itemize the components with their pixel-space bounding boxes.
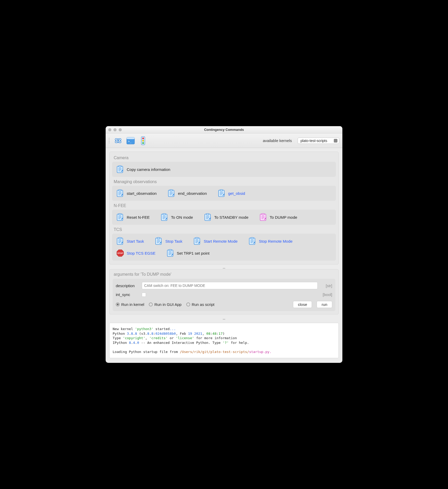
command-label: Set TRP1 set point (177, 251, 210, 255)
argument-name: int_sync (116, 292, 139, 297)
svg-rect-11 (119, 166, 121, 167)
command-label: To STANDBY mode (214, 215, 248, 220)
clipboard-icon (193, 237, 201, 245)
svg-text:>_: >_ (128, 140, 132, 143)
svg-rect-4 (127, 137, 135, 139)
zoom-window-icon[interactable] (119, 128, 122, 131)
clipboard-icon (218, 189, 226, 197)
command-label: Start Task (127, 239, 144, 243)
argument-type: [bool] (320, 292, 332, 297)
clipboard-icon (248, 237, 256, 245)
close-window-icon[interactable] (108, 128, 111, 131)
clipboard-icon (155, 237, 163, 245)
run-mode-radio[interactable]: Run in GUI App (149, 302, 181, 307)
argument-row: description[str] (116, 282, 332, 289)
argument-name: description (116, 284, 139, 288)
traffic-light-icon[interactable] (139, 136, 148, 145)
svg-rect-21 (170, 190, 172, 191)
kernel-select[interactable]: plato-test-scripts (298, 138, 339, 144)
command-label: Start Remote Mode (204, 239, 238, 243)
clipboard-icon (116, 189, 124, 197)
titlebar: Contingency Commands (106, 126, 342, 133)
command-label: Stop Remote Mode (259, 239, 292, 243)
radio-icon (116, 303, 120, 306)
clipboard-icon (116, 165, 124, 173)
section-title: Managing observations (114, 179, 336, 184)
svg-point-7 (142, 138, 144, 139)
run-mode-radio[interactable]: Run as script (186, 302, 215, 307)
svg-rect-46 (262, 214, 264, 215)
command-label: Copy camera information (127, 167, 170, 172)
pane-divider[interactable] (109, 267, 339, 269)
run-mode-actions: Run in kernelRun in GUI AppRun as script… (116, 301, 332, 308)
command-label: To DUMP mode (270, 215, 297, 220)
radio-label: Run in kernel (121, 302, 144, 307)
clipboard-pink-icon (259, 213, 267, 221)
command-item[interactable]: Reset N-FEE (115, 212, 151, 222)
command-item[interactable]: Start Task (115, 236, 145, 246)
close-button[interactable]: close (293, 301, 312, 308)
radio-label: Run in GUI App (154, 302, 181, 307)
section-title: Camera (114, 156, 336, 160)
window-title: Contingency Commands (106, 128, 342, 132)
command-item[interactable]: start_observation (115, 188, 158, 198)
arguments-body: description[str]int_sync[bool]Run in ker… (113, 279, 335, 311)
command-item[interactable]: Start Remote Mode (192, 236, 239, 246)
command-item[interactable]: To DUMP mode (258, 212, 299, 222)
pane-divider[interactable] (106, 318, 342, 320)
argument-input[interactable] (142, 282, 318, 289)
command-item[interactable]: To ON mode (159, 212, 194, 222)
svg-point-9 (142, 142, 144, 144)
arguments-title: arguments for 'To DUMP mode' (114, 272, 335, 277)
atom-icon[interactable] (114, 136, 123, 145)
clipboard-icon (116, 237, 124, 245)
svg-rect-56 (157, 237, 160, 239)
command-item[interactable]: Stop Task (153, 236, 184, 246)
command-item[interactable]: To STANDBY mode (202, 212, 250, 222)
terminal-icon[interactable]: >_ (126, 136, 135, 145)
section-title: TCS (114, 227, 336, 232)
window-controls (108, 128, 122, 131)
stop-icon: STOP (116, 249, 124, 257)
svg-rect-31 (119, 214, 121, 215)
svg-rect-51 (119, 237, 121, 239)
content-area: CameraCopy camera informationManaging ob… (106, 148, 342, 318)
app-window: Contingency Commands >_ available kernel… (106, 126, 342, 363)
radio-label: Run as script (192, 302, 215, 307)
svg-point-2 (117, 140, 119, 141)
argument-type: [str] (320, 284, 332, 288)
run-mode-radio[interactable]: Run in kernel (116, 302, 144, 307)
svg-text:STOP: STOP (117, 252, 123, 254)
argument-row: int_sync[bool] (116, 292, 332, 297)
svg-point-8 (142, 140, 144, 141)
command-item[interactable]: Set TRP1 set point (165, 248, 211, 258)
svg-rect-73 (169, 249, 171, 251)
svg-rect-16 (119, 190, 121, 191)
command-label: Stop TCS EGSE (127, 251, 156, 255)
section-title: N-FEE (114, 203, 336, 208)
svg-rect-41 (206, 214, 209, 215)
minimize-window-icon[interactable] (113, 128, 117, 131)
command-label: Stop Task (165, 239, 182, 243)
command-item[interactable]: end_observation (166, 188, 208, 198)
console-output[interactable]: New kernel 'python3' started... Python 3… (109, 323, 339, 358)
command-item[interactable]: STOPStop TCS EGSE (115, 248, 157, 258)
run-button[interactable]: run (317, 301, 332, 308)
radio-icon (149, 303, 153, 306)
radio-icon (186, 303, 190, 306)
section-body: Copy camera information (112, 162, 336, 177)
command-label: start_observation (127, 191, 157, 196)
commands-panel: CameraCopy camera informationManaging ob… (109, 152, 339, 265)
toolbar: >_ available kernels plato-test-scripts (106, 133, 342, 148)
command-item[interactable]: get_obsid (216, 188, 247, 198)
clipboard-icon (204, 213, 212, 221)
command-item[interactable]: Copy camera information (115, 164, 172, 174)
argument-checkbox[interactable] (142, 293, 146, 297)
toolbar-grip-icon (109, 138, 110, 143)
command-item[interactable]: Stop Remote Mode (247, 236, 294, 246)
kernel-selected-value: plato-test-scripts (300, 139, 327, 143)
section-body: start_observationend_observationget_obsi… (112, 186, 336, 201)
arguments-panel: arguments for 'To DUMP mode' description… (109, 269, 339, 314)
command-label: To ON mode (171, 215, 193, 220)
clipboard-icon (161, 213, 168, 221)
